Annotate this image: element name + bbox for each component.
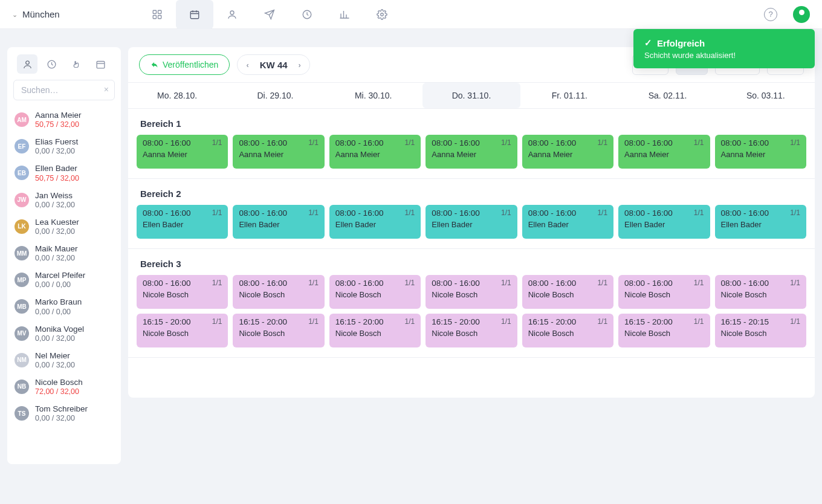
shift-employee: Nicole Bosch [528,329,607,338]
shift-card[interactable]: 08:00 - 16:00 Ellen Bader 1/1 [426,205,517,239]
search-input[interactable] [13,80,115,100]
day-header[interactable]: Sa. 02.11. [618,83,716,108]
shift-card[interactable]: 08:00 - 16:00 Aanna Meier 1/1 [329,135,421,169]
shift-card[interactable]: 16:15 - 20:00 Nicole Bosch 1/1 [618,314,710,347]
sidebar-tab-calendar[interactable] [91,54,111,74]
employee-item[interactable]: LK Lea Kuester 0,00 / 32,00 [13,213,115,240]
shift-employee: Aanna Meier [721,150,800,159]
publish-button[interactable]: Veröffentlichen [139,54,230,75]
shift-card[interactable]: 16:15 - 20:00 Nicole Bosch 1/1 [137,314,228,347]
next-week[interactable]: › [299,60,301,69]
shift-card[interactable]: 08:00 - 16:00 Nicole Bosch 1/1 [329,275,421,309]
shift-time: 08:00 - 16:00 [335,208,415,218]
areas-container: Bereich 108:00 - 16:00 Aanna Meier 1/108… [128,109,815,358]
shift-card[interactable]: 16:15 - 20:00 Nicole Bosch 1/1 [426,314,517,347]
area-title: Bereich 1 [140,118,805,129]
shift-card[interactable]: 08:00 - 16:00 Aanna Meier 1/1 [618,135,710,169]
nav-stats[interactable] [326,0,363,29]
day-header[interactable]: So. 03.11. [717,83,815,108]
shift-ratio: 1/1 [790,279,800,287]
shift-card[interactable]: 08:00 - 16:00 Nicole Bosch 1/1 [522,275,613,309]
shift-employee: Nicole Bosch [432,329,511,338]
shift-card[interactable]: 08:00 - 16:00 Aanna Meier 1/1 [522,135,613,169]
shift-card[interactable]: 08:00 - 16:00 Nicole Bosch 1/1 [715,275,806,309]
employee-item[interactable]: NM Nel Meier 0,00 / 32,00 [13,347,115,373]
shift-card[interactable]: 16:15 - 20:15 Nicole Bosch 1/1 [715,314,806,347]
employee-hours: 0,00 / 32,00 [35,361,75,369]
area-block: Bereich 108:00 - 16:00 Aanna Meier 1/108… [128,109,815,179]
week-selector[interactable]: ‹ KW 44 › [237,54,310,75]
day-header[interactable]: Do. 31.10. [422,83,520,108]
employee-name: Nel Meier [35,351,75,361]
shift-card[interactable]: 08:00 - 16:00 Aanna Meier 1/1 [233,135,324,169]
employee-item[interactable]: MP Marcel Pfeifer 0,00 / 0,00 [13,267,115,293]
location-selector[interactable]: ⌄ München [12,9,60,19]
chevron-down-icon: ⌄ [12,11,18,19]
employee-item[interactable]: EB Ellen Bader 50,75 / 32,00 [13,160,115,186]
shift-ratio: 1/1 [212,317,222,326]
employee-item[interactable]: EF Elias Fuerst 0,00 / 32,00 [13,133,115,160]
shift-card[interactable]: 08:00 - 16:00 Nicole Bosch 1/1 [233,275,324,309]
employee-name: Nicole Bosch [35,378,83,387]
employee-item[interactable]: NB Nicole Bosch 72,00 / 32,00 [13,373,115,400]
nav-settings[interactable] [363,0,401,29]
employee-item[interactable]: MB Marko Braun 0,00 / 0,00 [13,293,115,320]
shift-row: 08:00 - 16:00 Ellen Bader 1/108:00 - 16:… [137,205,806,239]
shift-card[interactable]: 08:00 - 16:00 Aanna Meier 1/1 [426,135,517,169]
location-name: München [22,9,60,19]
svg-point-5 [230,11,234,15]
shift-employee: Aanna Meier [528,150,607,159]
shift-employee: Ellen Bader [239,220,318,229]
prev-week[interactable]: ‹ [246,60,248,69]
shift-employee: Nicole Bosch [624,329,704,338]
shift-card[interactable]: 16:15 - 20:00 Nicole Bosch 1/1 [329,314,421,347]
clear-search-icon[interactable]: × [104,85,109,94]
shift-ratio: 1/1 [501,279,511,287]
shift-card[interactable]: 16:15 - 20:00 Nicole Bosch 1/1 [522,314,613,347]
nav-dashboard[interactable] [138,0,176,29]
shift-card[interactable]: 08:00 - 16:00 Nicole Bosch 1/1 [618,275,710,309]
day-header[interactable]: Mo. 28.10. [128,83,226,108]
day-header[interactable]: Mi. 30.10. [325,83,422,108]
shift-row: 08:00 - 16:00 Aanna Meier 1/108:00 - 16:… [137,135,806,169]
nav-people[interactable] [213,0,251,29]
shift-card[interactable]: 08:00 - 16:00 Ellen Bader 1/1 [137,205,228,239]
avatar: MV [15,326,29,341]
nav-send[interactable] [251,0,288,29]
day-header[interactable]: Di. 29.10. [226,83,324,108]
employee-item[interactable]: TS Tom Schreiber 0,00 / 32,00 [13,400,115,427]
day-header[interactable]: Fr. 01.11. [520,83,618,108]
shift-card[interactable]: 08:00 - 16:00 Ellen Bader 1/1 [618,205,710,239]
shift-card[interactable]: 08:00 - 16:00 Ellen Bader 1/1 [233,205,324,239]
toast-message: Schicht wurde aktualisiert! [644,51,804,60]
shift-card[interactable]: 08:00 - 16:00 Nicole Bosch 1/1 [137,275,228,309]
shift-card[interactable]: 08:00 - 16:00 Ellen Bader 1/1 [522,205,613,239]
brand-logo[interactable] [793,6,810,23]
employee-item[interactable]: MV Monika Vogel 0,00 / 32,00 [13,320,115,347]
avatar: AM [15,112,29,127]
svg-rect-10 [97,61,105,68]
shift-card[interactable]: 08:00 - 16:00 Aanna Meier 1/1 [137,135,228,169]
shift-card[interactable]: 08:00 - 16:00 Ellen Bader 1/1 [329,205,421,239]
sidebar-tab-pointer[interactable] [66,54,86,74]
sidebar-tab-people[interactable] [17,54,37,74]
shift-ratio: 1/1 [212,138,222,147]
employee-hours: 0,00 / 32,00 [35,147,78,155]
shift-ratio: 1/1 [501,138,511,147]
employee-name: Elias Fuerst [35,137,78,147]
shift-card[interactable]: 08:00 - 16:00 Nicole Bosch 1/1 [426,275,517,309]
employee-name: Marcel Pfeifer [35,271,85,280]
nav-time[interactable] [288,0,326,29]
check-icon: ✓ [644,37,652,48]
shift-time: 16:15 - 20:00 [432,317,511,326]
help-button[interactable]: ? [764,8,777,21]
employee-item[interactable]: JW Jan Weiss 0,00 / 32,00 [13,187,115,213]
sidebar: × AM Aanna Meier 50,75 / 32,00EF Elias F… [7,47,121,464]
employee-item[interactable]: MM Maik Mauer 0,00 / 32,00 [13,240,115,267]
shift-card[interactable]: 08:00 - 16:00 Ellen Bader 1/1 [715,205,806,239]
shift-card[interactable]: 16:15 - 20:00 Nicole Bosch 1/1 [233,314,324,347]
sidebar-tab-time[interactable] [42,54,62,74]
nav-calendar[interactable] [176,0,213,29]
employee-item[interactable]: AM Aanna Meier 50,75 / 32,00 [13,106,115,133]
shift-card[interactable]: 08:00 - 16:00 Aanna Meier 1/1 [715,135,806,169]
